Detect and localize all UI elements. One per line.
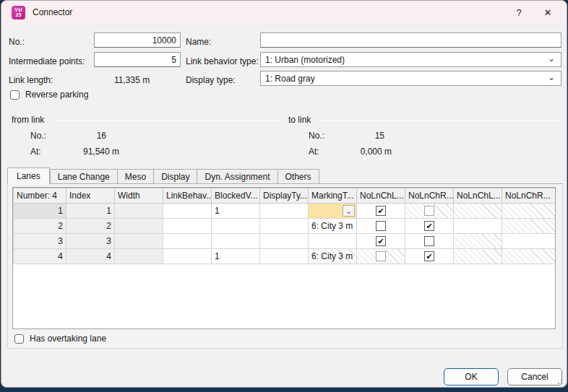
cell-nolnchl-2[interactable] bbox=[454, 219, 502, 234]
cell-link-behavior[interactable] bbox=[163, 219, 212, 234]
close-icon[interactable]: ✕ bbox=[533, 1, 562, 24]
cell-nolnchr-1[interactable] bbox=[405, 249, 454, 264]
name-label: Name: bbox=[186, 37, 211, 47]
cell-link-behavior[interactable] bbox=[163, 234, 212, 249]
cell-blocked-vehicles[interactable] bbox=[212, 234, 260, 249]
cell-nolnchl-1[interactable] bbox=[357, 219, 405, 234]
cell-index[interactable]: 2 bbox=[66, 219, 115, 234]
cell-nolnchl-2[interactable] bbox=[454, 234, 502, 249]
ok-button[interactable]: OK bbox=[444, 368, 499, 386]
checkbox-box[interactable] bbox=[14, 334, 24, 344]
cell-display-type[interactable] bbox=[260, 219, 309, 234]
cell-nolnchl-1[interactable] bbox=[357, 204, 405, 219]
from-link-at-label: At: bbox=[30, 147, 41, 157]
tab-lane-change[interactable]: Lane Change bbox=[50, 169, 118, 184]
cell-nolnchr-2[interactable] bbox=[502, 234, 556, 249]
intermediate-points-label: Intermediate points: bbox=[9, 56, 85, 66]
cell-nolnchr-1[interactable] bbox=[405, 234, 454, 249]
cell-nolnchr-1[interactable] bbox=[405, 219, 454, 234]
cancel-button[interactable]: Cancel bbox=[507, 368, 562, 386]
cell-nolnchl-2[interactable] bbox=[454, 249, 502, 264]
tab-dyn-assignment[interactable]: Dyn. Assignment bbox=[197, 169, 277, 184]
display-type-select[interactable]: 1: Road gray ⌄ bbox=[260, 71, 561, 86]
app-icon-text-2: 25 bbox=[16, 12, 22, 17]
resize-grip[interactable] bbox=[555, 377, 562, 384]
cell-index[interactable]: 4 bbox=[66, 249, 115, 264]
table-row[interactable]: 3 3 bbox=[14, 234, 556, 249]
cell-nolnchr-2[interactable] bbox=[502, 204, 556, 219]
cell-blocked-vehicles[interactable]: 1 bbox=[212, 249, 260, 264]
col-header-link-behavior[interactable]: LinkBehav... bbox=[163, 188, 212, 204]
to-link-at-value: 0,000 m bbox=[348, 147, 392, 157]
tab-meso[interactable]: Meso bbox=[118, 169, 154, 184]
col-header-index[interactable]: Index bbox=[66, 188, 115, 204]
col-header-nolnchl-2[interactable]: NoLnChL... bbox=[454, 188, 502, 204]
group-divider bbox=[51, 120, 280, 121]
cell-number[interactable]: 3 bbox=[14, 234, 66, 249]
cell-display-type[interactable] bbox=[260, 204, 309, 219]
cell-nolnchr-2[interactable] bbox=[502, 249, 556, 264]
name-input[interactable] bbox=[260, 32, 561, 48]
intermediate-points-input[interactable] bbox=[94, 52, 181, 67]
cell-index[interactable]: 1 bbox=[66, 204, 115, 219]
cell-marking-type[interactable]: 6: City 3 m bbox=[309, 219, 357, 234]
marking-type-value: 6: City 3 m bbox=[311, 251, 353, 261]
cell-nolnchl-1[interactable] bbox=[357, 249, 405, 264]
tab-label: Display bbox=[161, 172, 189, 182]
cell-blocked-vehicles[interactable]: 1 bbox=[212, 204, 260, 219]
cell-link-behavior[interactable] bbox=[163, 249, 212, 264]
col-header-number[interactable]: Number: 4 bbox=[14, 188, 66, 204]
tab-lanes[interactable]: Lanes bbox=[7, 167, 50, 184]
table-row[interactable]: 2 2 6: City 3 m bbox=[14, 219, 556, 234]
cell-number[interactable]: 2 bbox=[14, 219, 66, 234]
cell-marking-type[interactable]: 6: City 3 m bbox=[309, 249, 357, 264]
col-header-nolnchl-1[interactable]: NoLnChL... bbox=[357, 188, 405, 204]
link-behavior-type-value: 1: Urban (motorized) bbox=[265, 55, 345, 65]
col-header-width[interactable]: Width bbox=[115, 188, 163, 204]
cell-nolnchl-1[interactable] bbox=[357, 234, 405, 249]
col-header-marking-type[interactable]: MarkingT... bbox=[309, 188, 357, 204]
reverse-parking-checkbox[interactable]: Reverse parking bbox=[10, 90, 88, 100]
cell-nolnchr-2[interactable] bbox=[502, 219, 556, 234]
link-length-value: 11,335 m bbox=[114, 75, 150, 85]
cell-nolnchr-1[interactable] bbox=[405, 204, 454, 219]
table-row[interactable]: 4 4 1 6: City 3 m bbox=[14, 249, 556, 264]
display-type-label: Display type: bbox=[186, 75, 236, 85]
col-header-display-type[interactable]: DisplayTy... bbox=[260, 188, 309, 204]
link-length-label: Link length: bbox=[9, 75, 53, 85]
checkbox-box[interactable] bbox=[10, 90, 20, 100]
cell-display-type[interactable] bbox=[260, 249, 309, 264]
col-header-nolnchr-1[interactable]: NoLnChR... bbox=[405, 188, 454, 204]
cell-display-type[interactable] bbox=[260, 234, 309, 249]
link-behavior-type-select[interactable]: 1: Urban (motorized) ⌄ bbox=[260, 52, 561, 67]
marking-type-dropdown-icon[interactable]: ⌄ bbox=[343, 205, 355, 217]
cell-number[interactable]: 4 bbox=[14, 249, 66, 264]
cell-marking-type[interactable]: ⌄ bbox=[309, 204, 357, 219]
tab-others[interactable]: Others bbox=[278, 169, 319, 184]
cell-number[interactable]: 1 bbox=[14, 204, 66, 219]
table-row[interactable]: 1 1 1 ⌄ bbox=[14, 204, 556, 219]
to-link-at-label: At: bbox=[309, 147, 319, 157]
cell-width[interactable] bbox=[115, 234, 163, 249]
from-link-no-label: No.: bbox=[30, 131, 46, 141]
cell-width[interactable] bbox=[115, 204, 163, 219]
help-button[interactable]: ? bbox=[504, 1, 533, 24]
cell-width[interactable] bbox=[115, 219, 163, 234]
no-label: No.: bbox=[9, 37, 25, 47]
link-behavior-type-label: Link behavior type: bbox=[186, 56, 259, 66]
group-divider bbox=[318, 120, 559, 121]
cell-nolnchl-2[interactable] bbox=[454, 204, 502, 219]
cell-width[interactable] bbox=[115, 249, 163, 264]
no-input[interactable] bbox=[94, 32, 181, 48]
col-header-blocked-vehicles[interactable]: BlockedV... bbox=[212, 188, 260, 204]
cell-index[interactable]: 3 bbox=[66, 234, 115, 249]
has-overtaking-lane-checkbox[interactable]: Has overtaking lane bbox=[14, 334, 106, 344]
cell-link-behavior[interactable] bbox=[163, 204, 212, 219]
tab-display[interactable]: Display bbox=[154, 169, 197, 184]
tab-label: Lane Change bbox=[58, 172, 110, 182]
title-bar[interactable]: Vsi 25 Connector ? ✕ bbox=[1, 1, 567, 24]
cell-marking-type[interactable] bbox=[309, 234, 357, 249]
to-link-no-label: No.: bbox=[309, 131, 324, 141]
cell-blocked-vehicles[interactable] bbox=[212, 219, 260, 234]
col-header-nolnchr-2[interactable]: NoLnChR... bbox=[502, 188, 556, 204]
